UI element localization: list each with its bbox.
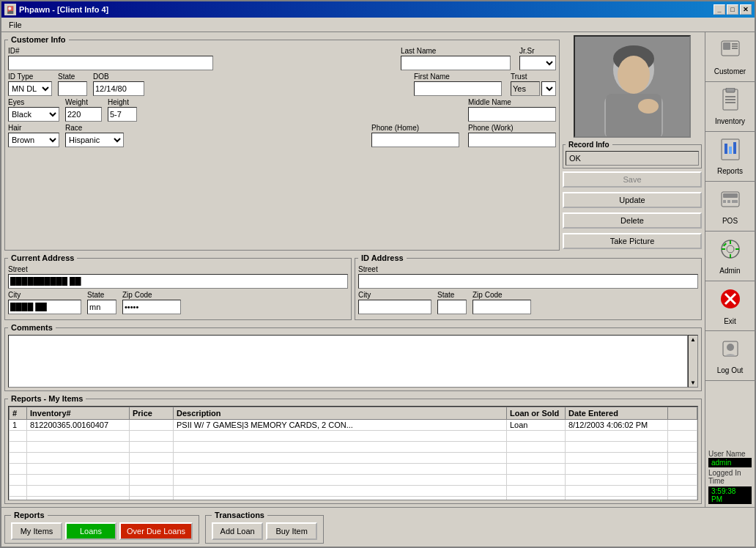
- id-city-label: City: [358, 291, 431, 299]
- admin-nav-btn[interactable]: Admin: [705, 232, 755, 281]
- inventory-nav-btn[interactable]: Inventory: [705, 82, 755, 132]
- table-row-empty: [10, 475, 697, 486]
- current-city-label: City: [8, 291, 81, 299]
- id-address-legend: ID Address: [358, 253, 407, 262]
- trust-select[interactable]: ▼: [541, 81, 556, 96]
- reports-nav-btn[interactable]: Reports: [705, 132, 755, 182]
- transactions-legend: Transactions: [212, 511, 267, 519]
- id-street-input[interactable]: [358, 274, 698, 289]
- svg-rect-23: [723, 193, 738, 198]
- dob-label: DOB: [93, 73, 144, 81]
- close-btn[interactable]: ✕: [740, 4, 752, 15]
- content-area: Customer Info ID# Last Name: [1, 32, 755, 507]
- update-button[interactable]: Update: [563, 192, 702, 208]
- race-select[interactable]: Hispanic White Black Asian Other: [65, 133, 124, 147]
- svg-rect-32: [735, 248, 739, 250]
- logout-icon: [719, 337, 742, 365]
- id-type-label: ID Type: [8, 73, 52, 81]
- exit-svg: [719, 287, 742, 311]
- pos-svg: [719, 188, 742, 211]
- reports-table: # Inventory# Price Description Loan or S…: [9, 407, 697, 500]
- last-name-input[interactable]: [401, 56, 511, 70]
- cell-extra: [668, 420, 697, 431]
- table-row[interactable]: 1 812200365.00160407 PSII W/ 7 GAMES|3 M…: [10, 420, 697, 431]
- photo-box: [574, 35, 691, 138]
- customer-info-fieldset: Customer Info ID# Last Name: [4, 35, 560, 251]
- table-row-empty: [10, 453, 697, 464]
- inventory-svg: [719, 88, 742, 111]
- bottom-bar: Reports My Items Loans Over Due Loans Tr…: [1, 507, 755, 547]
- current-address-fieldset: Current Address Street City St: [4, 253, 352, 320]
- hair-select[interactable]: Brown Black Blonde Red Gray: [8, 133, 59, 147]
- title-bar: 🎴 Phpawn - [Client Info 4] _ □ ✕: [1, 1, 755, 18]
- table-row-empty: [10, 497, 697, 501]
- phone-home-input[interactable]: [371, 133, 459, 147]
- svg-rect-24: [723, 200, 726, 203]
- trust-input[interactable]: [511, 81, 540, 96]
- table-row-empty: [10, 431, 697, 442]
- current-street-input[interactable]: [8, 274, 348, 289]
- id-zip-input[interactable]: [472, 300, 531, 314]
- pos-nav-btn[interactable]: POS: [705, 182, 755, 232]
- restore-btn[interactable]: □: [727, 4, 738, 15]
- middle-name-input[interactable]: [468, 107, 556, 122]
- customer-nav-btn[interactable]: Customer: [705, 32, 755, 82]
- pos-icon: [719, 188, 742, 215]
- id-type-select[interactable]: MN DL State ID Passport: [8, 81, 52, 96]
- current-zip-input[interactable]: [122, 300, 181, 314]
- svg-rect-19: [724, 144, 727, 154]
- current-city-input[interactable]: [8, 300, 81, 314]
- table-row-empty: [10, 442, 697, 453]
- weight-label: Weight: [65, 98, 102, 106]
- current-state-input[interactable]: [87, 300, 116, 314]
- exit-nav-btn[interactable]: Exit: [705, 281, 755, 331]
- svg-rect-26: [732, 200, 738, 203]
- right-sidebar: Customer Inventory: [705, 32, 755, 507]
- transactions-bottom-group: Transactions Add Loan Buy Item: [205, 511, 324, 544]
- logged-in-label: Logged In Time: [708, 469, 752, 485]
- customer-label: Customer: [714, 67, 746, 75]
- my-items-button[interactable]: My Items: [11, 522, 62, 540]
- phone-work-input[interactable]: [468, 133, 556, 147]
- comments-legend: Comments: [8, 323, 56, 332]
- cell-price: [130, 420, 174, 431]
- buy-item-button[interactable]: Buy Item: [266, 522, 317, 540]
- jr-sr-select[interactable]: Jr. Sr.: [519, 56, 556, 70]
- id-street-label: Street: [358, 265, 698, 273]
- loans-button[interactable]: Loans: [65, 522, 116, 540]
- logout-nav-btn[interactable]: Log Out: [705, 331, 755, 381]
- reports-svg: [719, 138, 742, 161]
- state-input[interactable]: [58, 81, 87, 96]
- weight-input[interactable]: [65, 107, 102, 122]
- reports-icon: [719, 138, 742, 166]
- reports-label: Reports: [717, 167, 743, 175]
- current-address-legend: Current Address: [8, 253, 77, 262]
- over-due-button[interactable]: Over Due Loans: [119, 522, 193, 540]
- first-name-input[interactable]: [414, 81, 502, 96]
- logged-in-time: 3:59:38 PM: [708, 486, 752, 504]
- scrollbar[interactable]: ▲ ▼: [688, 335, 698, 388]
- id-state-input[interactable]: [437, 300, 467, 314]
- svg-rect-30: [730, 254, 731, 258]
- customer-icon: [719, 38, 742, 66]
- middle-name-label: Middle Name: [468, 98, 556, 106]
- take-picture-button[interactable]: Take Picture: [563, 233, 702, 249]
- delete-button[interactable]: Delete: [563, 212, 702, 229]
- id-input[interactable]: [8, 56, 213, 70]
- add-loan-button[interactable]: Add Loan: [212, 522, 263, 540]
- comments-textarea[interactable]: [8, 335, 688, 388]
- logout-label: Log Out: [717, 366, 744, 374]
- minimize-btn[interactable]: _: [714, 4, 725, 15]
- eyes-select[interactable]: Black Brown Blue Green Hazel: [8, 107, 59, 122]
- menu-file[interactable]: File: [4, 19, 26, 31]
- id-zip-label: Zip Code: [472, 291, 531, 299]
- col-extra: [668, 407, 697, 420]
- svg-rect-14: [726, 88, 735, 92]
- dob-input[interactable]: [93, 81, 144, 96]
- svg-rect-21: [733, 142, 736, 154]
- id-state-label: State: [437, 291, 467, 299]
- id-city-input[interactable]: [358, 300, 431, 314]
- height-input[interactable]: [108, 107, 137, 122]
- save-button[interactable]: Save: [563, 171, 702, 188]
- cell-num: 1: [10, 420, 27, 431]
